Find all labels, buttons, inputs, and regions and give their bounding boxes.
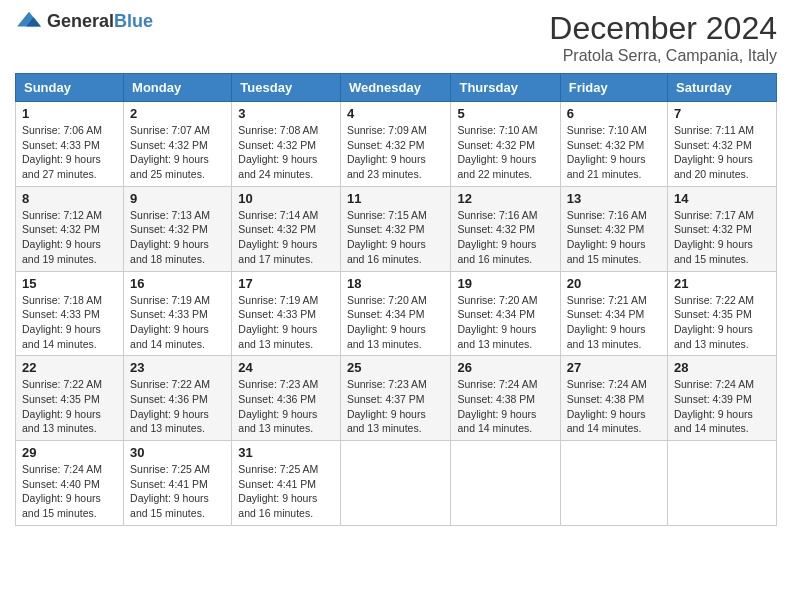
calendar-cell: 10 Sunrise: 7:14 AM Sunset: 4:32 PM Dayl… — [232, 186, 341, 271]
week-row-2: 8 Sunrise: 7:12 AM Sunset: 4:32 PM Dayli… — [16, 186, 777, 271]
day-detail: Sunrise: 7:12 AM Sunset: 4:32 PM Dayligh… — [22, 208, 117, 267]
week-row-5: 29 Sunrise: 7:24 AM Sunset: 4:40 PM Dayl… — [16, 441, 777, 526]
day-detail: Sunrise: 7:13 AM Sunset: 4:32 PM Dayligh… — [130, 208, 225, 267]
day-detail: Sunrise: 7:25 AM Sunset: 4:41 PM Dayligh… — [238, 462, 334, 521]
day-detail: Sunrise: 7:24 AM Sunset: 4:40 PM Dayligh… — [22, 462, 117, 521]
calendar-cell: 11 Sunrise: 7:15 AM Sunset: 4:32 PM Dayl… — [340, 186, 451, 271]
logo: GeneralBlue — [15, 10, 153, 32]
calendar-cell: 1 Sunrise: 7:06 AM Sunset: 4:33 PM Dayli… — [16, 102, 124, 187]
day-number: 11 — [347, 191, 445, 206]
title-area: December 2024 Pratola Serra, Campania, I… — [549, 10, 777, 65]
calendar-cell: 24 Sunrise: 7:23 AM Sunset: 4:36 PM Dayl… — [232, 356, 341, 441]
day-number: 13 — [567, 191, 661, 206]
week-row-4: 22 Sunrise: 7:22 AM Sunset: 4:35 PM Dayl… — [16, 356, 777, 441]
generalblue-logo-icon — [15, 10, 43, 32]
day-header-wednesday: Wednesday — [340, 74, 451, 102]
day-number: 18 — [347, 276, 445, 291]
calendar-cell — [340, 441, 451, 526]
day-detail: Sunrise: 7:16 AM Sunset: 4:32 PM Dayligh… — [457, 208, 553, 267]
day-number: 30 — [130, 445, 225, 460]
calendar-cell: 30 Sunrise: 7:25 AM Sunset: 4:41 PM Dayl… — [124, 441, 232, 526]
day-number: 7 — [674, 106, 770, 121]
day-header-friday: Friday — [560, 74, 667, 102]
day-number: 19 — [457, 276, 553, 291]
calendar-cell: 19 Sunrise: 7:20 AM Sunset: 4:34 PM Dayl… — [451, 271, 560, 356]
calendar-table: SundayMondayTuesdayWednesdayThursdayFrid… — [15, 73, 777, 526]
calendar-cell: 31 Sunrise: 7:25 AM Sunset: 4:41 PM Dayl… — [232, 441, 341, 526]
calendar-cell: 3 Sunrise: 7:08 AM Sunset: 4:32 PM Dayli… — [232, 102, 341, 187]
day-detail: Sunrise: 7:23 AM Sunset: 4:36 PM Dayligh… — [238, 377, 334, 436]
day-number: 3 — [238, 106, 334, 121]
day-number: 17 — [238, 276, 334, 291]
day-detail: Sunrise: 7:24 AM Sunset: 4:38 PM Dayligh… — [567, 377, 661, 436]
day-detail: Sunrise: 7:25 AM Sunset: 4:41 PM Dayligh… — [130, 462, 225, 521]
day-number: 4 — [347, 106, 445, 121]
day-detail: Sunrise: 7:16 AM Sunset: 4:32 PM Dayligh… — [567, 208, 661, 267]
day-detail: Sunrise: 7:23 AM Sunset: 4:37 PM Dayligh… — [347, 377, 445, 436]
week-row-3: 15 Sunrise: 7:18 AM Sunset: 4:33 PM Dayl… — [16, 271, 777, 356]
day-detail: Sunrise: 7:15 AM Sunset: 4:32 PM Dayligh… — [347, 208, 445, 267]
calendar-cell: 23 Sunrise: 7:22 AM Sunset: 4:36 PM Dayl… — [124, 356, 232, 441]
calendar-subtitle: Pratola Serra, Campania, Italy — [549, 47, 777, 65]
day-detail: Sunrise: 7:24 AM Sunset: 4:39 PM Dayligh… — [674, 377, 770, 436]
day-number: 16 — [130, 276, 225, 291]
day-detail: Sunrise: 7:09 AM Sunset: 4:32 PM Dayligh… — [347, 123, 445, 182]
day-number: 24 — [238, 360, 334, 375]
calendar-cell — [668, 441, 777, 526]
day-header-monday: Monday — [124, 74, 232, 102]
day-detail: Sunrise: 7:17 AM Sunset: 4:32 PM Dayligh… — [674, 208, 770, 267]
calendar-cell: 7 Sunrise: 7:11 AM Sunset: 4:32 PM Dayli… — [668, 102, 777, 187]
calendar-cell — [560, 441, 667, 526]
day-detail: Sunrise: 7:14 AM Sunset: 4:32 PM Dayligh… — [238, 208, 334, 267]
day-number: 2 — [130, 106, 225, 121]
calendar-cell: 5 Sunrise: 7:10 AM Sunset: 4:32 PM Dayli… — [451, 102, 560, 187]
day-header-saturday: Saturday — [668, 74, 777, 102]
day-number: 10 — [238, 191, 334, 206]
calendar-cell: 4 Sunrise: 7:09 AM Sunset: 4:32 PM Dayli… — [340, 102, 451, 187]
day-number: 20 — [567, 276, 661, 291]
day-detail: Sunrise: 7:08 AM Sunset: 4:32 PM Dayligh… — [238, 123, 334, 182]
calendar-cell: 27 Sunrise: 7:24 AM Sunset: 4:38 PM Dayl… — [560, 356, 667, 441]
day-number: 27 — [567, 360, 661, 375]
day-detail: Sunrise: 7:22 AM Sunset: 4:35 PM Dayligh… — [674, 293, 770, 352]
calendar-cell — [451, 441, 560, 526]
calendar-cell: 14 Sunrise: 7:17 AM Sunset: 4:32 PM Dayl… — [668, 186, 777, 271]
day-number: 9 — [130, 191, 225, 206]
week-row-1: 1 Sunrise: 7:06 AM Sunset: 4:33 PM Dayli… — [16, 102, 777, 187]
day-detail: Sunrise: 7:07 AM Sunset: 4:32 PM Dayligh… — [130, 123, 225, 182]
header: GeneralBlue December 2024 Pratola Serra,… — [15, 10, 777, 65]
calendar-cell: 12 Sunrise: 7:16 AM Sunset: 4:32 PM Dayl… — [451, 186, 560, 271]
calendar-cell: 17 Sunrise: 7:19 AM Sunset: 4:33 PM Dayl… — [232, 271, 341, 356]
day-detail: Sunrise: 7:11 AM Sunset: 4:32 PM Dayligh… — [674, 123, 770, 182]
day-number: 28 — [674, 360, 770, 375]
day-number: 6 — [567, 106, 661, 121]
day-detail: Sunrise: 7:20 AM Sunset: 4:34 PM Dayligh… — [347, 293, 445, 352]
day-detail: Sunrise: 7:22 AM Sunset: 4:36 PM Dayligh… — [130, 377, 225, 436]
day-detail: Sunrise: 7:06 AM Sunset: 4:33 PM Dayligh… — [22, 123, 117, 182]
day-number: 1 — [22, 106, 117, 121]
calendar-cell: 25 Sunrise: 7:23 AM Sunset: 4:37 PM Dayl… — [340, 356, 451, 441]
day-detail: Sunrise: 7:21 AM Sunset: 4:34 PM Dayligh… — [567, 293, 661, 352]
day-detail: Sunrise: 7:22 AM Sunset: 4:35 PM Dayligh… — [22, 377, 117, 436]
day-number: 15 — [22, 276, 117, 291]
day-detail: Sunrise: 7:20 AM Sunset: 4:34 PM Dayligh… — [457, 293, 553, 352]
calendar-cell: 18 Sunrise: 7:20 AM Sunset: 4:34 PM Dayl… — [340, 271, 451, 356]
calendar-cell: 20 Sunrise: 7:21 AM Sunset: 4:34 PM Dayl… — [560, 271, 667, 356]
day-number: 5 — [457, 106, 553, 121]
calendar-cell: 28 Sunrise: 7:24 AM Sunset: 4:39 PM Dayl… — [668, 356, 777, 441]
calendar-cell: 26 Sunrise: 7:24 AM Sunset: 4:38 PM Dayl… — [451, 356, 560, 441]
day-detail: Sunrise: 7:10 AM Sunset: 4:32 PM Dayligh… — [457, 123, 553, 182]
calendar-cell: 9 Sunrise: 7:13 AM Sunset: 4:32 PM Dayli… — [124, 186, 232, 271]
day-number: 29 — [22, 445, 117, 460]
calendar-cell: 21 Sunrise: 7:22 AM Sunset: 4:35 PM Dayl… — [668, 271, 777, 356]
day-header-tuesday: Tuesday — [232, 74, 341, 102]
calendar-cell: 29 Sunrise: 7:24 AM Sunset: 4:40 PM Dayl… — [16, 441, 124, 526]
day-header-thursday: Thursday — [451, 74, 560, 102]
day-number: 23 — [130, 360, 225, 375]
day-detail: Sunrise: 7:24 AM Sunset: 4:38 PM Dayligh… — [457, 377, 553, 436]
day-number: 12 — [457, 191, 553, 206]
day-number: 31 — [238, 445, 334, 460]
day-detail: Sunrise: 7:19 AM Sunset: 4:33 PM Dayligh… — [238, 293, 334, 352]
calendar-cell: 8 Sunrise: 7:12 AM Sunset: 4:32 PM Dayli… — [16, 186, 124, 271]
day-number: 22 — [22, 360, 117, 375]
